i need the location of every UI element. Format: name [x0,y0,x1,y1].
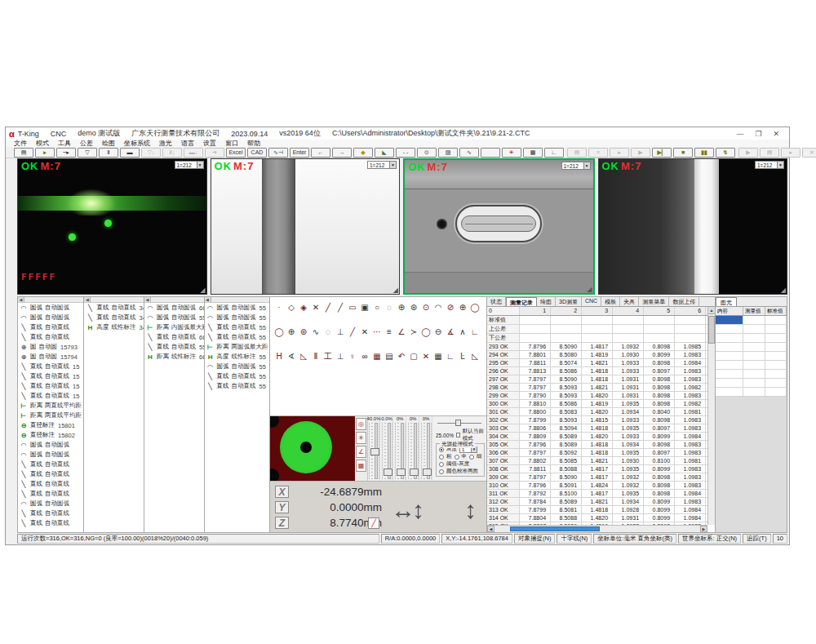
measure-tool-icon-1-2[interactable]: ⊛ [298,326,309,337]
row-label[interactable]: 300 OK [487,400,520,407]
spec-row-label[interactable]: 标准值 [487,316,520,324]
measure-tool-icon-1-4[interactable]: ◌ [322,326,334,337]
measure-tool-icon-0-4[interactable]: ╱ [322,302,334,313]
list-item[interactable]: ╲直线自动直线55 [205,332,269,342]
measure-tool-icon-1-1[interactable]: ⊕ [286,326,297,337]
hscroll-thumb[interactable] [510,526,600,531]
enter-button[interactable]: Enter [290,148,309,158]
play-to-end-button[interactable]: ▶▏ [652,148,672,158]
list-item[interactable]: ◠圆弧自动圆弧66 [144,303,204,313]
list-item[interactable]: ╲直线自动直线 [18,518,83,528]
list-scroll-strip[interactable]: ◀ [84,297,144,303]
blank-button[interactable] [481,148,500,158]
menu-item-6[interactable]: 激光 [159,139,172,148]
list-item[interactable]: ╲直线自动直线34 [84,313,144,322]
radio-细[interactable] [469,455,474,460]
row-label[interactable]: 293 OK [487,343,520,350]
detail-cell[interactable] [716,361,743,369]
status-segment-6[interactable]: 世界坐标系: 正交(N) [678,534,741,544]
measure-tool-icon-1-5[interactable]: ⊥ [335,326,346,337]
status-segment-4[interactable]: 十字线(N) [557,534,592,544]
detail-cell[interactable] [716,379,743,387]
table-tab-3[interactable]: 3D测量 [556,297,582,306]
slider-thumb[interactable] [384,469,392,476]
row-label[interactable]: 308 OK [487,465,520,473]
measure-tool-icon-0-16[interactable]: ◯ [469,302,481,313]
resize-grip-icon[interactable]: ◢ [200,286,205,294]
slider-track[interactable] [408,423,419,479]
list-item[interactable]: ╲直线自动直线 [18,460,83,469]
magnifier-tool-icon-2[interactable]: ∠ [356,446,366,458]
detail-cell[interactable] [765,379,787,387]
measure-tool-icon-0-11[interactable]: ⊛ [408,302,419,313]
magnifier-tool-icon-0[interactable]: ◎ [356,418,366,430]
measure-tool-icon-2-14[interactable]: ∟ [445,351,456,362]
detail-cell[interactable] [716,352,743,360]
open-file-button[interactable]: ▸ [35,148,55,158]
list-item[interactable]: H距离线性标注66 [144,352,204,362]
radio-颜色校准画面[interactable] [439,469,444,474]
measure-tool-icon-1-9[interactable]: ≡ [384,326,395,337]
list-item[interactable]: ⊕圆自动圆15793 [18,342,83,352]
measure-tool-icon-1-16[interactable]: ∟ [469,326,481,337]
row-label[interactable]: 295 OK [487,359,520,366]
detail-cell[interactable] [765,325,787,333]
table-tab-0[interactable]: 状态 [487,297,506,306]
list-item[interactable]: ╲直线自动直线 [18,479,83,489]
measure-tool-icon-2-16[interactable]: ◺ [469,351,481,362]
row-label[interactable]: 312 OK [487,498,520,505]
menu-item-1[interactable]: 模式 [36,139,49,148]
light-button[interactable]: ◆ [353,148,373,158]
slider-thumb[interactable] [423,469,432,476]
slider-track[interactable] [369,423,379,479]
measure-tool-icon-1-10[interactable]: ∠ [396,326,407,337]
measure-tool-icon-2-0[interactable]: H [273,351,285,362]
measure-tool-icon-0-3[interactable]: ✕ [310,302,322,313]
list-item[interactable]: ╲直线自动直线55 [205,381,269,391]
matrix-button[interactable]: ▩ [523,148,543,158]
list-item[interactable]: H高度线性标注55 [205,352,269,362]
row-label[interactable]: 313 OK [487,506,520,513]
scroll-up-icon[interactable]: ▲ [708,307,715,314]
row-label[interactable]: 314 OK [487,514,520,522]
row-label[interactable]: 302 OK [487,416,520,424]
detail-cell[interactable] [765,316,787,324]
table-tab-6[interactable]: 夹具 [620,297,639,306]
list-item[interactable]: ◠圆弧自动圆弧 [18,499,83,509]
measure-tool-icon-1-13[interactable]: ⊖ [432,326,444,337]
list-item[interactable]: ╲直线自动直线55 [144,342,204,352]
vscroll-thumb[interactable] [708,316,715,344]
measure-tool-icon-0-1[interactable]: ◇ [286,302,297,313]
list-item[interactable]: ◠圆弧自动圆弧55 [144,313,204,322]
resize-grip-icon[interactable]: ◢ [393,286,398,294]
pause-button[interactable]: ▮▮ [694,148,714,158]
row-label[interactable]: 294 OK [487,351,520,358]
spec-row-label[interactable]: 下公差 [487,334,520,342]
measure-tool-icon-2-6[interactable]: ♀ [347,351,358,362]
detail-cell[interactable] [743,316,765,324]
scroll-right-icon[interactable]: ▶ [700,526,707,532]
status-segment-3[interactable]: 对象捕捉(N) [514,534,555,544]
probe-button[interactable]: ▽ [78,148,97,158]
arrow-right-button[interactable]: → [332,148,352,158]
menu-item-8[interactable]: 设置 [203,139,216,148]
row-label[interactable]: 296 OK [487,367,520,375]
excel-button[interactable]: Excel [226,148,246,158]
list-item[interactable]: ╲直线自动直线 [18,322,83,332]
xy-jog-control[interactable]: ↔↕ [391,496,456,524]
detail-cell[interactable] [743,379,765,387]
radio-中[interactable] [455,455,459,460]
measure-tool-icon-1-15[interactable]: ∧ [457,326,468,337]
detail-cell[interactable] [716,343,743,351]
dash-button[interactable]: - - [396,148,415,158]
row-label[interactable]: 310 OK [487,482,520,489]
list-item[interactable]: ⊢距离两直线平均距 [18,411,83,420]
row-label[interactable]: 311 OK [487,490,520,497]
stop-button[interactable]: ■ [673,148,693,158]
measure-tool-icon-2-3[interactable]: Ⅱ [310,351,322,362]
measure-tool-icon-0-15[interactable]: ⊕ [457,302,468,313]
measure-tool-icon-2-12[interactable]: ✕ [420,351,432,362]
measure-tool-icon-2-8[interactable]: ▦ [371,351,383,362]
measure-tool-icon-2-5[interactable]: ⊥ [335,351,346,362]
list-scroll-strip[interactable]: ◀ [144,297,204,303]
